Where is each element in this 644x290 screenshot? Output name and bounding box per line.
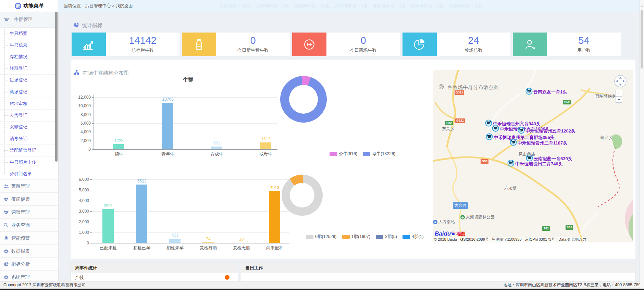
farm-marker[interactable]: 中禾恒瑞贵州三育1187头 <box>510 139 567 147</box>
station-icon: ● <box>433 220 437 224</box>
legend-swatch <box>363 152 370 156</box>
event-count-badge <box>225 275 230 280</box>
milk-bottle-icon <box>182 33 216 56</box>
road-badge: G56 <box>480 159 489 164</box>
farm-marker[interactable]: 云南双友一育1头 <box>525 88 567 96</box>
logo-bar: 功能菜单 <box>0 0 58 12</box>
sidebar-section-label: 系统管理 <box>11 274 30 280</box>
sidebar-scrollbar-thumb[interactable] <box>55 4 58 162</box>
sidebar-subitem[interactable]: 牛只档案 <box>0 28 58 39</box>
weekly-events-row[interactable]: 产犊 <box>71 273 238 281</box>
map-zoom-in-button[interactable]: + <box>616 90 622 96</box>
y-axis-tick-label: 0 <box>70 147 91 152</box>
stat-card-label: 总存栏牛数 <box>132 47 154 53</box>
sidebar-section-cattle-management[interactable]: 牛群管理 <box>0 12 58 28</box>
sidebar-section-item[interactable]: 系统管理 <box>0 271 58 281</box>
sidebar-subitem-label: 离场登记 <box>10 89 27 95</box>
sidebar-section-item[interactable]: 疫病健康 <box>0 193 58 206</box>
legend-item[interactable]: 1胎(1607) <box>342 234 371 240</box>
bar-value-label: 1613 <box>261 137 271 141</box>
x-axis-category-label: 已配未检 <box>100 245 117 251</box>
donut-chart <box>282 175 323 216</box>
legend-item[interactable]: 母牛(13226) <box>363 151 395 157</box>
scrollbar-up-arrow[interactable]: ▲ <box>640 5 644 8</box>
farm-marker[interactable]: 中禾恒瑞贵州二育740头 <box>507 160 563 168</box>
sidebar-section-item[interactable]: 数据报表 <box>0 245 58 258</box>
charts-panel-heading: 在场牛群结构分布图 <box>74 70 129 77</box>
bar <box>113 144 124 149</box>
daily-work-panel: 当日工作 <box>241 263 635 281</box>
sidebar-section-item[interactable]: 指标分析 <box>0 258 58 271</box>
chart-gridline <box>92 211 289 212</box>
y-axis-line <box>94 94 94 149</box>
sidebar-section-label: 数据报表 <box>11 248 30 254</box>
sidebar-subitem[interactable]: 转出审核 <box>0 98 58 110</box>
legend-item[interactable]: 4胎(1) <box>402 234 424 240</box>
sidebar-subitem-label: 消毒登记 <box>10 136 27 142</box>
legend-label: 公牛(916) <box>339 151 357 157</box>
map-zoom-out-button[interactable]: − <box>616 96 622 103</box>
farm-map[interactable]: 各牧场牛群分布散点图 + − Baidu 地图 © 2018 Baidu - G… <box>433 70 633 242</box>
sidebar-subitem[interactable]: 牛只照片上传 <box>0 156 58 168</box>
sidebar-subitem[interactable]: 牛只信息 <box>0 39 58 51</box>
x-axis-category-label: 尚未配种 <box>266 245 283 251</box>
sidebar-subitem[interactable]: 分群门名单 <box>0 168 58 180</box>
sidebar-section-item[interactable]: 繁殖管理 <box>0 180 58 193</box>
bar <box>236 243 247 243</box>
y-axis-tick-label: 2,000 <box>68 219 89 224</box>
y-axis-tick-label: 4,000 <box>70 129 91 134</box>
y-axis-tick-label: 2,000 <box>70 138 91 143</box>
sidebar-subitem[interactable]: 存栏情况 <box>0 51 58 63</box>
bar-value-label: 10 <box>239 237 244 242</box>
chart-gridline <box>94 132 277 132</box>
sidebar-subitem-label: 转出审核 <box>10 101 27 107</box>
stats-title: 统计指标 <box>82 22 102 29</box>
dashboard-screen: 功能菜单 当前位置：后台管理中心 > 我的桌面 疾病治疗：88头、入库待审核：9… <box>0 0 644 290</box>
cow-marker-icon <box>492 125 499 133</box>
legend-item[interactable]: 2胎(5) <box>376 234 397 240</box>
legend-label: 2胎(5) <box>385 234 397 240</box>
bar-value-label: 601 <box>213 141 220 146</box>
chart-title: 牛群 <box>183 77 193 83</box>
chart-gridline <box>94 97 277 98</box>
sidebar-subitem[interactable]: 转群登记 <box>0 63 58 75</box>
sidebar-subitem[interactable]: 进场登记 <box>0 75 58 86</box>
sidebar-subitem[interactable]: 去势登记 <box>0 110 58 121</box>
x-axis-category-label: 犊牛 <box>115 151 123 157</box>
map-heading: 各牧场牛群分布散点图 <box>438 84 499 91</box>
stat-card-body: 0今日新生犊牛数 <box>216 33 290 56</box>
cow-marker-icon <box>507 160 515 168</box>
map-place-label: ●大方南站 <box>433 219 455 225</box>
exit-arrow-icon <box>292 33 326 56</box>
sidebar-subitem[interactable]: 禁配解禁登记 <box>0 145 58 156</box>
sidebar-section-item[interactable]: 饲喂管理 <box>0 206 58 219</box>
page-scrollbar-thumb[interactable] <box>641 10 643 68</box>
x-axis-category-label: 复检有胎 <box>200 245 217 251</box>
donut-hole <box>289 85 318 114</box>
gear-icon <box>3 248 9 254</box>
y-axis-tick-label: 5,000 <box>68 188 89 192</box>
x-axis-line <box>92 243 289 243</box>
map-place-text: 大方南站 <box>438 219 455 225</box>
y-axis-tick-label: 3,000 <box>68 209 89 214</box>
legend-item[interactable]: 公牛(916) <box>330 151 357 157</box>
chart-gridline <box>92 190 289 190</box>
bar <box>136 185 147 243</box>
footer-address: 地址：深圳市南山区高新技术产业园南区T2-B栋三层，电话：400-8385-78… <box>503 282 641 288</box>
sidebar-subitem[interactable]: 消毒登记 <box>0 133 58 145</box>
sidebar-section-label: 饲喂管理 <box>11 209 30 215</box>
map-place-label: 东关乡 <box>442 126 454 132</box>
sidebar-section-item[interactable]: 智能预警 <box>0 232 58 245</box>
sidebar-subitem[interactable]: 离场登记 <box>0 86 58 98</box>
legend-item[interactable]: 0胎(12529) <box>306 234 337 240</box>
legend-label: 母牛(13226) <box>372 151 395 157</box>
chart-legend: 公牛(916)母牛(13226) <box>330 151 395 157</box>
page-scrollbar[interactable]: ▲ <box>640 0 644 289</box>
sidebar: 牛群管理 牛只档案牛只信息存栏情况转群登记进场登记离场登记转出审核去势登记采精登… <box>0 12 59 281</box>
map-compass-control[interactable] <box>614 75 627 89</box>
sidebar-subitem[interactable]: 采精登记 <box>0 122 58 133</box>
legend-swatch <box>306 235 313 239</box>
sidebar-section-item[interactable]: 业务查询 <box>0 219 58 232</box>
x-axis-category-label: 成母牛 <box>259 151 272 157</box>
bar <box>169 239 181 243</box>
